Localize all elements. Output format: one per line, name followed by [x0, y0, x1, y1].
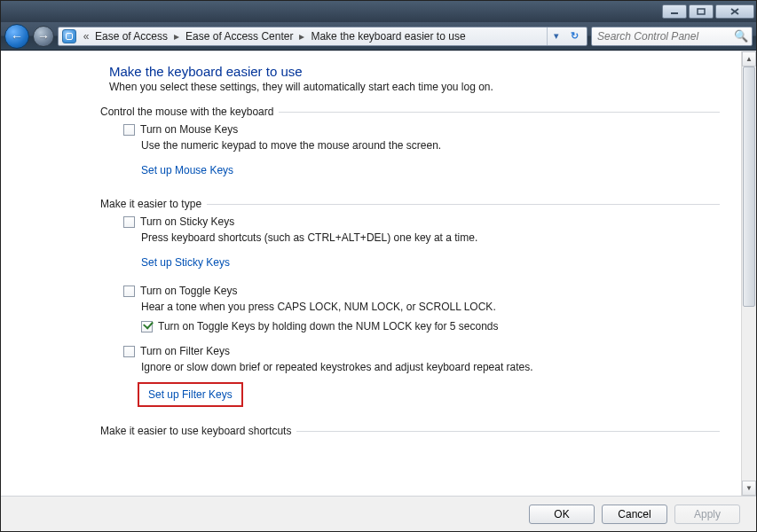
- arrow-left-icon: ←: [11, 29, 23, 43]
- link-setup-sticky-keys[interactable]: Set up Sticky Keys: [141, 256, 230, 269]
- arrow-right-icon: →: [37, 29, 50, 43]
- breadcrumb-overflow[interactable]: «: [80, 30, 92, 43]
- checkbox-toggle-keys[interactable]: [123, 286, 135, 297]
- navbar: ← → « Ease of Access ▸ Ease of Access Ce…: [1, 22, 756, 51]
- desc-toggle-keys: Hear a tone when you press CAPS LOCK, NU…: [141, 301, 720, 313]
- control-panel-icon: [62, 29, 76, 43]
- breadcrumb-seg-ease-of-access[interactable]: Ease of Access: [92, 30, 170, 43]
- button-bar: OK Cancel Apply: [1, 496, 756, 531]
- scrollbar[interactable]: ▲ ▼: [741, 51, 756, 496]
- ok-button[interactable]: OK: [529, 505, 595, 524]
- scroll-up-button[interactable]: ▲: [742, 51, 756, 66]
- divider: [279, 112, 720, 113]
- apply-button: Apply: [674, 505, 740, 524]
- row-toggle-keys: Turn on Toggle Keys: [123, 285, 720, 297]
- cancel-button[interactable]: Cancel: [602, 505, 667, 524]
- checkbox-label[interactable]: Turn on Filter Keys: [140, 345, 230, 357]
- group-head-mouse: Control the mouse with the keyboard: [100, 106, 720, 118]
- scroll-thumb[interactable]: [743, 66, 755, 307]
- scroll-down-button[interactable]: ▼: [742, 481, 756, 496]
- scroll-track[interactable]: [742, 66, 756, 481]
- row-sticky-keys: Turn on Sticky Keys: [123, 215, 720, 228]
- group-head-label: Make it easier to use keyboard shortcuts: [100, 425, 291, 437]
- checkbox-mouse-keys[interactable]: [123, 124, 135, 136]
- link-setup-filter-keys[interactable]: Set up Filter Keys: [148, 388, 233, 401]
- breadcrumb-seg-center[interactable]: Ease of Access Center: [183, 30, 296, 43]
- page-subtitle: When you select these settings, they wil…: [109, 81, 720, 93]
- annotation-filter-keys: Set up Filter Keys: [138, 382, 243, 407]
- refresh-button[interactable]: ↻: [565, 27, 583, 45]
- desc-filter-keys: Ignore or slow down brief or repeated ke…: [141, 361, 720, 373]
- address-bar[interactable]: « Ease of Access ▸ Ease of Access Center…: [58, 27, 587, 46]
- minimize-button[interactable]: [662, 4, 687, 19]
- titlebar: [1, 1, 756, 22]
- row-filter-keys: Turn on Filter Keys: [123, 345, 720, 357]
- address-right-controls: ▾ ↻: [547, 27, 583, 45]
- maximize-button[interactable]: [689, 4, 714, 19]
- checkbox-label[interactable]: Turn on Sticky Keys: [140, 215, 234, 228]
- breadcrumb-seg-current[interactable]: Make the keyboard easier to use: [308, 30, 468, 43]
- group-head-type: Make it easier to type: [100, 198, 720, 210]
- group-head-label: Control the mouse with the keyboard: [100, 106, 273, 118]
- search-icon[interactable]: 🔍: [734, 29, 748, 43]
- content: Make the keyboard easier to use When you…: [1, 51, 741, 496]
- chevron-right-icon[interactable]: ▸: [170, 30, 183, 43]
- svg-rect-1: [698, 9, 705, 14]
- checkbox-label[interactable]: Turn on Toggle Keys by holding down the …: [158, 320, 499, 332]
- desc-mouse-keys: Use the numeric keypad to move the mouse…: [141, 139, 720, 152]
- desc-sticky-keys: Press keyboard shortcuts (such as CTRL+A…: [141, 231, 720, 244]
- svg-rect-0: [671, 12, 678, 14]
- search-box[interactable]: 🔍: [591, 27, 753, 46]
- divider: [207, 204, 720, 205]
- checkbox-sticky-keys[interactable]: [123, 216, 135, 228]
- window: ← → « Ease of Access ▸ Ease of Access Ce…: [0, 0, 757, 532]
- content-wrap: Make the keyboard easier to use When you…: [1, 51, 756, 496]
- link-setup-mouse-keys[interactable]: Set up Mouse Keys: [141, 164, 233, 176]
- page-title: Make the keyboard easier to use: [109, 64, 720, 79]
- group-head-label: Make it easier to type: [100, 198, 201, 210]
- close-button[interactable]: [715, 4, 754, 19]
- checkbox-label[interactable]: Turn on Mouse Keys: [140, 123, 238, 136]
- group-head-shortcuts: Make it easier to use keyboard shortcuts: [100, 425, 720, 437]
- search-input[interactable]: [595, 29, 734, 43]
- back-button[interactable]: ←: [4, 24, 29, 49]
- checkbox-label[interactable]: Turn on Toggle Keys: [140, 285, 237, 297]
- refresh-icon: ↻: [571, 30, 579, 42]
- row-toggle-numlock: Turn on Toggle Keys by holding down the …: [141, 320, 720, 332]
- address-dropdown[interactable]: ▾: [548, 27, 565, 45]
- forward-button[interactable]: →: [33, 26, 54, 47]
- checkbox-filter-keys[interactable]: [123, 346, 135, 357]
- divider: [296, 431, 720, 432]
- chevron-right-icon[interactable]: ▸: [296, 30, 308, 43]
- row-mouse-keys: Turn on Mouse Keys: [123, 123, 720, 136]
- checkbox-toggle-numlock-hold[interactable]: [141, 321, 153, 332]
